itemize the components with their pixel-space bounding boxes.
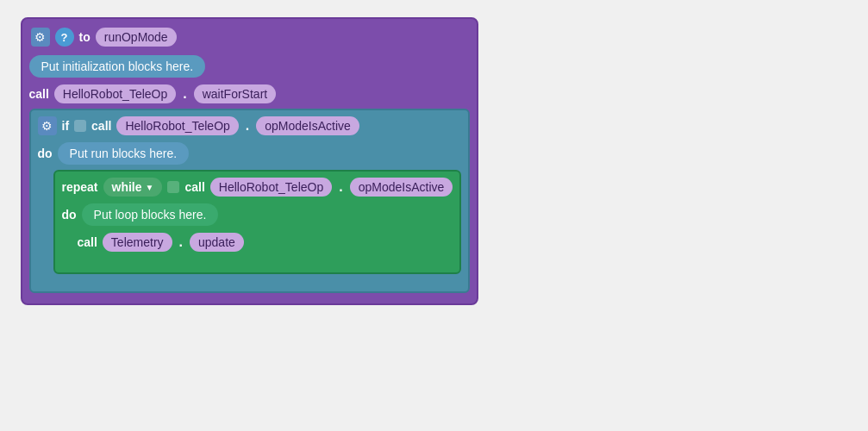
if-teal-block: ⚙ if call HelloRobot_TeleOp . opModeIsAc…	[29, 109, 471, 293]
repeat-green-block: repeat while ▼ call HelloRobot_TeleOp . …	[53, 170, 462, 274]
do2-label: do	[62, 208, 77, 222]
do2-row: do Put loop blocks here.	[62, 202, 453, 228]
if-row: ⚙ if call HelloRobot_TeleOp . opModeIsAc…	[38, 115, 462, 137]
while-dropdown[interactable]: while ▼	[103, 178, 163, 197]
green-block-bottom-spacer	[62, 257, 453, 265]
if-connector-notch	[74, 120, 86, 132]
call-wait-call-label: call	[29, 87, 49, 101]
repeat-class-pill[interactable]: HelloRobot_TeleOp	[210, 178, 332, 197]
do-run-row: do Put run blocks here.	[38, 141, 462, 166]
call-telemetry-row: call Telemetry . update	[78, 231, 453, 253]
dropdown-arrow-icon: ▼	[146, 183, 154, 192]
call-telemetry-class-pill[interactable]: Telemetry	[103, 233, 172, 252]
run-op-mode-pill[interactable]: runOpMode	[96, 28, 177, 47]
call-telemetry-dot: .	[179, 234, 183, 250]
if-method-pill[interactable]: opModeIsActive	[256, 116, 359, 135]
if-label: if	[62, 119, 70, 133]
teal-block-bottom-spacer	[38, 278, 462, 284]
run-block: Put run blocks here.	[58, 142, 190, 165]
repeat-connector-notch	[167, 181, 179, 193]
repeat-dot: .	[339, 179, 342, 195]
header-row: ⚙ ? to runOpMode	[29, 24, 471, 50]
repeat-label: repeat	[62, 180, 98, 194]
call-telemetry-call-label: call	[78, 235, 97, 249]
outer-container: ⚙ ? to runOpMode Put initialization bloc…	[21, 17, 479, 305]
repeat-row: repeat while ▼ call HelloRobot_TeleOp . …	[62, 176, 453, 198]
to-label: to	[79, 30, 91, 44]
loop-block: Put loop blocks here.	[82, 203, 219, 226]
if-gear-icon[interactable]: ⚙	[38, 116, 57, 135]
if-dot: .	[246, 118, 249, 134]
block-canvas: ⚙ ? to runOpMode Put initialization bloc…	[21, 17, 848, 414]
do-label: do	[38, 147, 53, 160]
if-call-label: call	[91, 119, 111, 133]
init-row: Put initialization blocks here.	[29, 53, 471, 79]
question-icon[interactable]: ?	[55, 28, 74, 47]
call-wait-row: call HelloRobot_TeleOp . waitForStart	[29, 83, 471, 105]
repeat-method-pill[interactable]: opModeIsActive	[350, 178, 453, 197]
gear-icon[interactable]: ⚙	[31, 28, 50, 47]
call-wait-dot: .	[183, 86, 186, 102]
repeat-call-label: call	[184, 180, 204, 194]
call-wait-method-pill[interactable]: waitForStart	[194, 84, 276, 103]
if-class-pill[interactable]: HelloRobot_TeleOp	[116, 116, 238, 135]
call-wait-class-pill[interactable]: HelloRobot_TeleOp	[54, 84, 176, 103]
init-block: Put initialization blocks here.	[29, 55, 206, 78]
call-telemetry-method-pill[interactable]: update	[190, 233, 244, 252]
